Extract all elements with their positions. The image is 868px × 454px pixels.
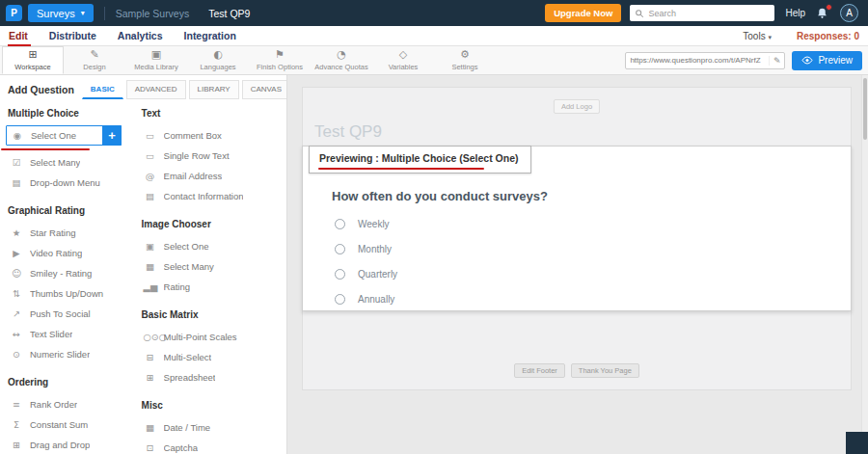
question-type-icon: ≡ — [10, 399, 23, 410]
nav-tab[interactable]: Analytics — [118, 30, 163, 41]
feedback-widget[interactable] — [846, 432, 868, 454]
nav-tab[interactable]: Distribute — [49, 30, 96, 41]
survey-url-field[interactable]: ✎ — [625, 52, 785, 69]
toolbar-item[interactable]: ◇ Variables — [372, 46, 434, 74]
toolbar-item[interactable]: ▣ Media Library — [125, 46, 187, 74]
main-nav: Edit Distribute Analytics Integration To… — [0, 26, 868, 46]
notifications-bell-icon[interactable] — [816, 7, 828, 19]
responses-count[interactable]: Responses: 0 — [797, 31, 859, 41]
question-type-item[interactable]: ☺ Smiley - Rating + — [6, 263, 134, 283]
add-logo-button[interactable]: Add Logo — [554, 99, 600, 114]
divider — [104, 7, 105, 20]
radio-button-icon[interactable] — [335, 294, 345, 305]
question-text[interactable]: How often do you conduct surveys? — [332, 189, 548, 203]
footer-chip-button[interactable]: Edit Footer — [514, 363, 565, 378]
product-switcher-surveys[interactable]: Surveys ▾ — [28, 4, 94, 22]
radio-button-icon[interactable] — [335, 219, 345, 229]
question-type-item[interactable]: ▶ Video Rating + — [6, 243, 134, 263]
question-type-item[interactable]: ▤ Contact Information + — [140, 186, 281, 206]
avatar[interactable]: A — [840, 4, 858, 22]
panel-tab[interactable]: ADVANCED — [126, 80, 186, 99]
tools-menu[interactable]: Tools ▾ — [743, 31, 772, 41]
toolbar-item[interactable]: ⊞ Workspace — [2, 46, 64, 74]
question-type-item[interactable]: ▦ Date / Time + — [140, 417, 281, 438]
question-type-item[interactable]: ⊟ Multi-Select + — [140, 347, 281, 367]
question-type-item[interactable]: ⊙ Numeric Slider + — [6, 344, 134, 364]
question-type-item[interactable]: ▭ Single Row Text + — [140, 146, 281, 166]
search-box[interactable] — [630, 5, 774, 21]
answer-option-row[interactable]: Monthly — [335, 242, 397, 255]
question-type-item[interactable]: ☑ Select Many + — [6, 152, 134, 173]
toolbar-item-label: Design — [83, 63, 105, 71]
question-type-item[interactable]: ⊡ Captcha + — [140, 438, 281, 454]
toolbar-item[interactable]: ⚑ Finish Options — [249, 46, 311, 74]
scrollbar-thumb[interactable] — [863, 78, 867, 140]
question-type-item[interactable]: ▂▅ Rating + — [140, 277, 281, 297]
edit-url-pencil-icon[interactable]: ✎ — [769, 56, 781, 66]
question-type-item[interactable]: ↗ Push To Social + — [6, 304, 134, 324]
nav-tab[interactable]: Edit — [9, 30, 28, 41]
panel-tabs: BASIC ADVANCED LIBRARY CANVAS — [82, 80, 287, 99]
question-type-icon: @ — [144, 171, 157, 181]
question-type-item[interactable]: ↔ Text Slider + — [6, 324, 134, 344]
preview-button[interactable]: Preview — [792, 51, 862, 70]
scrollbar[interactable] — [861, 75, 868, 454]
group-image-chooser: Image Chooser ▣ Select One + ▦ Select Ma… — [140, 219, 281, 297]
toolbar-item-icon: ⚙ — [460, 49, 470, 61]
question-type-item[interactable]: ▣ Select One + — [140, 236, 281, 256]
add-question-plus-button[interactable]: + — [102, 125, 122, 146]
radio-button-icon[interactable] — [335, 269, 345, 280]
search-input[interactable] — [648, 9, 770, 18]
question-type-item[interactable]: ▭ Comment Box + — [140, 125, 281, 146]
question-type-item[interactable]: ⊞ Spreadsheet + — [140, 367, 281, 387]
footer-chip-button[interactable]: Thank You Page — [571, 363, 639, 378]
toolbar-item[interactable]: ✎ Design — [64, 46, 125, 74]
question-type-item[interactable]: ◉ Select One + — [6, 125, 122, 146]
question-type-item[interactable]: ⇅ Thumbs Up/Down + — [6, 283, 134, 304]
question-type-item[interactable]: ≡ Rank Order + — [6, 394, 134, 414]
question-type-label: Rank Order — [30, 399, 77, 410]
survey-footer-actions: Edit Footer Thank You Page — [303, 363, 851, 378]
panel-tab[interactable]: BASIC — [82, 80, 123, 99]
breadcrumb-folder[interactable]: Sample Surveys — [116, 8, 189, 19]
chevron-down-icon: ▾ — [81, 9, 85, 17]
questionpro-logo-icon[interactable]: P — [6, 5, 22, 21]
question-type-label: Numeric Slider — [30, 349, 90, 360]
question-type-label: Drop-down Menu — [30, 177, 100, 188]
question-type-item[interactable]: ★ Star Rating + — [6, 223, 134, 243]
radio-button-icon[interactable] — [335, 244, 345, 254]
answer-option-row[interactable]: Quarterly — [335, 267, 397, 280]
question-type-label: Select Many — [164, 261, 214, 272]
question-type-label: Video Rating — [30, 248, 82, 258]
question-type-label: Select Many — [30, 157, 80, 168]
question-type-item[interactable]: @ Email Address + — [140, 166, 281, 186]
previewing-label: Previewing : Multiple Choice (Select One… — [319, 152, 519, 164]
toolbar-item-label: Workspace — [14, 63, 50, 71]
upgrade-now-button[interactable]: Upgrade Now — [545, 4, 621, 22]
group-header: Text — [142, 108, 281, 119]
panel-column-2: Text ▭ Comment Box + ▭ Single Row Text + — [140, 99, 281, 454]
answer-option-row[interactable]: Annually — [335, 292, 397, 306]
question-type-item[interactable]: ▤ Drop-down Menu + — [6, 173, 134, 193]
question-type-label: Captcha — [164, 442, 198, 453]
question-type-icon: ⊟ — [144, 352, 157, 362]
question-type-item[interactable]: ▦ Select Many + — [140, 256, 281, 277]
question-type-item[interactable]: ⊞ Drag and Drop + — [6, 435, 134, 454]
panel-column-1: Multiple Choice ◉ Select One + ☑ Select … — [6, 99, 134, 454]
group-header: Image Chooser — [142, 219, 281, 229]
question-type-item[interactable]: ○⊙○ Multi-Point Scales + — [140, 327, 281, 347]
question-type-item[interactable]: Σ Constant Sum + — [6, 414, 134, 435]
toolbar-item[interactable]: ◔ Advance Quotas — [311, 46, 372, 74]
toolbar-item[interactable]: ◐ Languages — [187, 46, 249, 74]
help-link[interactable]: Help — [785, 8, 805, 18]
nav-tab[interactable]: Integration — [184, 30, 236, 41]
group-basic-matrix: Basic Matrix ○⊙○ Multi-Point Scales + ⊟ … — [140, 309, 281, 387]
panel-tab[interactable]: LIBRARY — [189, 80, 239, 99]
breadcrumb-survey-name[interactable]: Test QP9 — [208, 8, 250, 19]
panel-tab[interactable]: CANVAS — [242, 80, 287, 99]
toolbar-item-label: Variables — [389, 63, 419, 71]
answer-option-row[interactable]: Weekly — [335, 217, 397, 230]
survey-url-input[interactable] — [630, 56, 768, 65]
toolbar-item[interactable]: ⚙ Settings — [434, 46, 496, 74]
survey-title[interactable]: Test QP9 — [314, 122, 382, 142]
